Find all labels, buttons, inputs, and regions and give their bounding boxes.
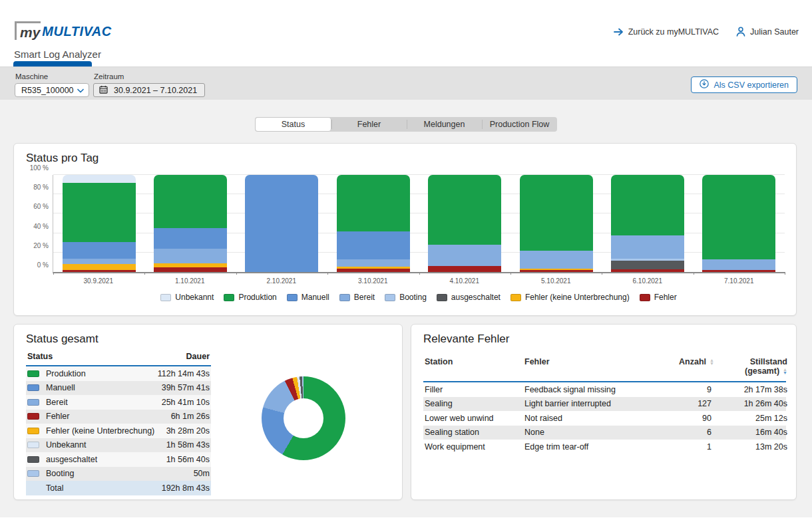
bar-segment-produktion bbox=[520, 175, 593, 251]
status-total-card: Status gesamt Status Dauer Produktion112… bbox=[13, 324, 403, 500]
status-duration: 1h 56m 40s bbox=[166, 455, 210, 464]
relevant-errors-title: Relevante Fehler bbox=[423, 332, 509, 346]
legend-item: Bereit bbox=[339, 293, 375, 302]
bar-segment-fehler bbox=[63, 270, 136, 272]
legend-swatch bbox=[160, 294, 171, 301]
table-row: Sealing stationNone616m 40s bbox=[423, 426, 786, 440]
status-swatch bbox=[27, 428, 39, 434]
bar-segment-bereit bbox=[337, 259, 410, 267]
status-label: Fehler bbox=[46, 412, 171, 421]
status-swatch bbox=[27, 470, 39, 477]
bar-group bbox=[419, 175, 510, 272]
y-axis-label: 0 % bbox=[22, 261, 49, 269]
fehler-column-header: Fehler bbox=[524, 357, 654, 376]
legend-item: Manuell bbox=[287, 293, 329, 302]
dauer-column-header: Dauer bbox=[186, 352, 210, 361]
bar-segment-bereit bbox=[520, 251, 593, 269]
relevant-errors-table-header: Station Fehler Anzahl▲▼ Stillstand (gesa… bbox=[423, 352, 786, 382]
bar-segment-produktion bbox=[63, 183, 136, 242]
relevant-errors-table: Station Fehler Anzahl▲▼ Stillstand (gesa… bbox=[423, 352, 786, 454]
table-row: FillerFeedback signal missing92h 17m 38s bbox=[423, 382, 786, 397]
bar-segment-fehler bbox=[611, 269, 684, 272]
x-axis-tick bbox=[327, 272, 328, 275]
app-header: my MULTIVAC Smart Log Analyzer Zurück zu… bbox=[0, 0, 812, 66]
legend-item: Fehler bbox=[640, 293, 677, 302]
bar-segment-produktion bbox=[337, 175, 410, 231]
legend-item: Produktion bbox=[224, 293, 276, 302]
table-row: Lower web unwindNot raised9025m 12s bbox=[423, 411, 786, 426]
legend-label: Manuell bbox=[302, 293, 329, 302]
status-total-table-header: Status Dauer bbox=[26, 348, 211, 366]
bar-segment-bereit bbox=[702, 259, 775, 270]
status-label: Produktion bbox=[46, 369, 158, 378]
status-swatch bbox=[27, 442, 39, 448]
bar-segment-bereit bbox=[611, 235, 684, 259]
back-to-mymultivac-link[interactable]: Zurück zu myMULTIVAC bbox=[614, 27, 719, 37]
status-duration: 6h 1m 26s bbox=[171, 412, 210, 421]
bar-segment-produktion bbox=[611, 175, 684, 235]
status-label: Unbekannt bbox=[46, 440, 166, 450]
error-name: Not raised bbox=[524, 414, 654, 423]
chevron-down-icon bbox=[77, 86, 84, 95]
export-csv-button[interactable]: Als CSV exportieren bbox=[691, 76, 797, 93]
table-row-total: Total192h 8m 43s bbox=[26, 481, 211, 495]
legend-swatch bbox=[640, 294, 650, 301]
machine-select[interactable]: R535_100000 bbox=[15, 83, 89, 97]
bar-segment-bereit bbox=[428, 245, 501, 266]
logo-my-text: my bbox=[15, 21, 41, 40]
bar-group bbox=[694, 175, 785, 272]
period-datepicker[interactable]: 30.9.2021 – 7.10.2021 bbox=[93, 83, 205, 97]
error-station: Lower web unwind bbox=[425, 414, 524, 423]
sort-icon-stillstand[interactable]: ▲▼ bbox=[783, 368, 787, 375]
status-swatch bbox=[27, 456, 39, 463]
back-link-label: Zurück zu myMULTIVAC bbox=[628, 27, 719, 37]
stacked-bar bbox=[428, 175, 501, 272]
x-axis-label: 30.9.2021 bbox=[53, 277, 144, 285]
status-duration: 39h 57m 41s bbox=[162, 383, 210, 392]
bar-group bbox=[236, 175, 327, 272]
x-axis-tick bbox=[53, 272, 54, 275]
error-downtime: 1h 26m 40s bbox=[714, 399, 787, 408]
tab-meldungen[interactable]: Meldungen bbox=[407, 117, 482, 132]
x-axis-label: 3.10.2021 bbox=[327, 277, 419, 285]
main-content: StatusFehlerMeldungenProduction Flow Sta… bbox=[0, 100, 812, 517]
status-label: Booting bbox=[46, 469, 194, 478]
x-axis-tick bbox=[236, 272, 237, 275]
status-donut-chart bbox=[262, 376, 345, 460]
mymultivac-logo[interactable]: my MULTIVAC bbox=[15, 21, 112, 40]
stacked-bar bbox=[702, 175, 775, 272]
bar-segment-manuell bbox=[154, 228, 227, 249]
stacked-bar bbox=[154, 175, 227, 272]
export-csv-label: Als CSV exportieren bbox=[713, 80, 789, 90]
user-menu[interactable]: Julian Sauter bbox=[736, 27, 799, 37]
table-row: Bereit25h 41m 10s bbox=[26, 395, 211, 410]
tab-fehler[interactable]: Fehler bbox=[331, 117, 407, 132]
x-axis-label: 7.10.2021 bbox=[694, 277, 785, 285]
stillstand-column-header[interactable]: Stillstand (gesamt)▲▼ bbox=[714, 357, 787, 376]
legend-item: ausgeschaltet bbox=[437, 293, 501, 302]
error-name: None bbox=[524, 428, 654, 437]
sort-icon-anzahl[interactable]: ▲▼ bbox=[710, 359, 714, 366]
stacked-bar bbox=[520, 175, 593, 272]
error-count: 6 bbox=[654, 428, 714, 437]
x-axis-tick bbox=[785, 272, 785, 275]
y-axis-label: 20 % bbox=[22, 241, 49, 249]
bar-group bbox=[510, 175, 602, 272]
x-axis-labels: 30.9.20211.10.20212.10.20213.10.20214.10… bbox=[53, 277, 785, 285]
x-axis-label: 5.10.2021 bbox=[510, 277, 602, 285]
user-name: Julian Sauter bbox=[750, 27, 799, 37]
error-station: Sealing station bbox=[425, 428, 524, 437]
error-downtime: 25m 12s bbox=[714, 414, 787, 423]
tab-production-flow[interactable]: Production Flow bbox=[482, 117, 557, 132]
active-app-tab-indicator bbox=[13, 61, 92, 66]
error-name: Edge trim tear-off bbox=[524, 442, 654, 452]
tab-status[interactable]: Status bbox=[255, 117, 331, 132]
legend-swatch bbox=[287, 294, 298, 301]
stacked-bar-chart: 0 %20 %40 %60 %80 %100 % bbox=[53, 175, 785, 273]
legend-label: Bereit bbox=[354, 293, 375, 302]
anzahl-column-header[interactable]: Anzahl▲▼ bbox=[654, 357, 714, 376]
error-count: 9 bbox=[654, 385, 714, 394]
error-count: 90 bbox=[654, 414, 714, 423]
status-swatch bbox=[27, 370, 39, 377]
stacked-bar bbox=[337, 175, 410, 272]
